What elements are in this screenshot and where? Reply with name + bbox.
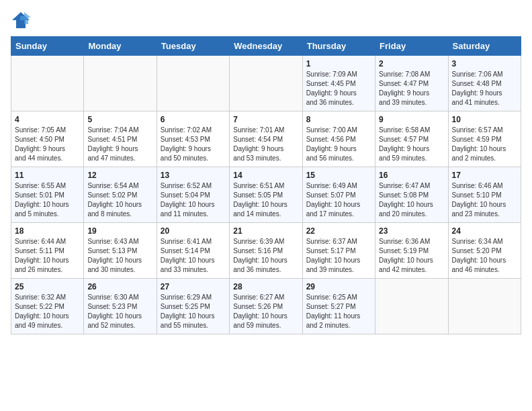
day-number: 4	[15, 115, 80, 124]
calendar-cell: 16Sunrise: 6:47 AM Sunset: 5:08 PM Dayli…	[375, 167, 448, 223]
day-detail: Sunrise: 7:02 AM Sunset: 4:53 PM Dayligh…	[161, 126, 226, 163]
calendar-cell: 5Sunrise: 7:04 AM Sunset: 4:51 PM Daylig…	[84, 111, 157, 167]
day-detail: Sunrise: 6:25 AM Sunset: 5:27 PM Dayligh…	[306, 293, 371, 330]
calendar-cell: 18Sunrise: 6:44 AM Sunset: 5:11 PM Dayli…	[11, 223, 84, 279]
calendar-cell	[157, 56, 229, 111]
col-header-tuesday: Tuesday	[157, 37, 229, 56]
logo-icon	[11, 11, 31, 30]
day-number: 20	[161, 226, 226, 236]
day-detail: Sunrise: 6:27 AM Sunset: 5:26 PM Dayligh…	[233, 293, 298, 330]
day-number: 5	[87, 115, 152, 124]
calendar-cell: 9Sunrise: 6:58 AM Sunset: 4:57 PM Daylig…	[375, 111, 448, 167]
calendar-week-row: 18Sunrise: 6:44 AM Sunset: 5:11 PM Dayli…	[11, 223, 521, 279]
day-number: 10	[452, 115, 517, 124]
calendar-cell	[448, 279, 521, 334]
calendar-cell: 7Sunrise: 7:01 AM Sunset: 4:54 PM Daylig…	[230, 111, 302, 167]
calendar-cell: 1Sunrise: 7:09 AM Sunset: 4:45 PM Daylig…	[302, 56, 375, 111]
day-number: 19	[87, 226, 152, 236]
day-number: 28	[233, 282, 298, 291]
calendar-cell: 13Sunrise: 6:52 AM Sunset: 5:04 PM Dayli…	[157, 167, 229, 223]
day-detail: Sunrise: 7:05 AM Sunset: 4:50 PM Dayligh…	[15, 126, 80, 163]
day-number: 8	[306, 115, 371, 124]
calendar-cell: 6Sunrise: 7:02 AM Sunset: 4:53 PM Daylig…	[157, 111, 229, 167]
calendar-week-row: 1Sunrise: 7:09 AM Sunset: 4:45 PM Daylig…	[11, 56, 521, 111]
calendar-cell: 20Sunrise: 6:41 AM Sunset: 5:14 PM Dayli…	[157, 223, 229, 279]
day-detail: Sunrise: 7:09 AM Sunset: 4:45 PM Dayligh…	[306, 70, 371, 107]
day-number: 6	[161, 115, 226, 124]
calendar-cell: 21Sunrise: 6:39 AM Sunset: 5:16 PM Dayli…	[230, 223, 302, 279]
day-number: 15	[306, 171, 371, 180]
calendar-cell	[11, 56, 84, 111]
day-number: 13	[161, 171, 226, 180]
col-header-thursday: Thursday	[302, 37, 375, 56]
calendar-week-row: 4Sunrise: 7:05 AM Sunset: 4:50 PM Daylig…	[11, 111, 521, 167]
calendar-cell: 17Sunrise: 6:46 AM Sunset: 5:10 PM Dayli…	[448, 167, 521, 223]
day-detail: Sunrise: 6:54 AM Sunset: 5:02 PM Dayligh…	[87, 181, 152, 219]
day-detail: Sunrise: 6:41 AM Sunset: 5:14 PM Dayligh…	[161, 237, 226, 275]
calendar-cell	[375, 279, 448, 334]
day-detail: Sunrise: 6:43 AM Sunset: 5:13 PM Dayligh…	[87, 237, 152, 275]
calendar-week-row: 25Sunrise: 6:32 AM Sunset: 5:22 PM Dayli…	[11, 279, 521, 334]
day-detail: Sunrise: 6:57 AM Sunset: 4:59 PM Dayligh…	[452, 126, 517, 163]
day-number: 24	[452, 226, 517, 236]
logo	[11, 11, 34, 30]
day-number: 29	[306, 282, 371, 291]
calendar-cell: 8Sunrise: 7:00 AM Sunset: 4:56 PM Daylig…	[302, 111, 375, 167]
calendar-table: SundayMondayTuesdayWednesdayThursdayFrid…	[11, 36, 521, 334]
calendar-cell	[230, 56, 302, 111]
day-detail: Sunrise: 7:01 AM Sunset: 4:54 PM Dayligh…	[233, 126, 298, 163]
day-number: 16	[379, 171, 444, 180]
calendar-cell: 24Sunrise: 6:34 AM Sunset: 5:20 PM Dayli…	[448, 223, 521, 279]
calendar-header-row: SundayMondayTuesdayWednesdayThursdayFrid…	[11, 37, 521, 56]
day-detail: Sunrise: 6:55 AM Sunset: 5:01 PM Dayligh…	[15, 181, 80, 219]
day-detail: Sunrise: 6:34 AM Sunset: 5:20 PM Dayligh…	[452, 237, 517, 275]
day-number: 9	[379, 115, 444, 124]
day-number: 2	[379, 59, 444, 68]
day-number: 25	[15, 282, 80, 291]
day-detail: Sunrise: 6:46 AM Sunset: 5:10 PM Dayligh…	[452, 181, 517, 219]
day-detail: Sunrise: 6:58 AM Sunset: 4:57 PM Dayligh…	[379, 126, 444, 163]
day-number: 26	[87, 282, 152, 291]
col-header-friday: Friday	[375, 37, 448, 56]
calendar-cell: 29Sunrise: 6:25 AM Sunset: 5:27 PM Dayli…	[302, 279, 375, 334]
day-number: 23	[379, 226, 444, 236]
day-number: 22	[306, 226, 371, 236]
day-number: 14	[233, 171, 298, 180]
day-detail: Sunrise: 6:30 AM Sunset: 5:23 PM Dayligh…	[87, 293, 152, 330]
calendar-cell	[84, 56, 157, 111]
col-header-monday: Monday	[84, 37, 157, 56]
day-detail: Sunrise: 6:47 AM Sunset: 5:08 PM Dayligh…	[379, 181, 444, 219]
day-detail: Sunrise: 6:29 AM Sunset: 5:25 PM Dayligh…	[161, 293, 226, 330]
col-header-saturday: Saturday	[448, 37, 521, 56]
day-number: 1	[306, 59, 371, 68]
day-detail: Sunrise: 6:32 AM Sunset: 5:22 PM Dayligh…	[15, 293, 80, 330]
calendar-cell: 19Sunrise: 6:43 AM Sunset: 5:13 PM Dayli…	[84, 223, 157, 279]
day-detail: Sunrise: 7:06 AM Sunset: 4:48 PM Dayligh…	[452, 70, 517, 107]
col-header-wednesday: Wednesday	[230, 37, 302, 56]
col-header-sunday: Sunday	[11, 37, 84, 56]
calendar-cell: 3Sunrise: 7:06 AM Sunset: 4:48 PM Daylig…	[448, 56, 521, 111]
calendar-cell: 15Sunrise: 6:49 AM Sunset: 5:07 PM Dayli…	[302, 167, 375, 223]
calendar-cell: 27Sunrise: 6:29 AM Sunset: 5:25 PM Dayli…	[157, 279, 229, 334]
calendar-cell: 14Sunrise: 6:51 AM Sunset: 5:05 PM Dayli…	[230, 167, 302, 223]
calendar-cell: 4Sunrise: 7:05 AM Sunset: 4:50 PM Daylig…	[11, 111, 84, 167]
day-detail: Sunrise: 6:51 AM Sunset: 5:05 PM Dayligh…	[233, 181, 298, 219]
day-number: 18	[15, 226, 80, 236]
day-detail: Sunrise: 7:04 AM Sunset: 4:51 PM Dayligh…	[87, 126, 152, 163]
day-detail: Sunrise: 7:00 AM Sunset: 4:56 PM Dayligh…	[306, 126, 371, 163]
day-number: 11	[15, 171, 80, 180]
calendar-cell: 25Sunrise: 6:32 AM Sunset: 5:22 PM Dayli…	[11, 279, 84, 334]
day-number: 17	[452, 171, 517, 180]
day-detail: Sunrise: 6:37 AM Sunset: 5:17 PM Dayligh…	[306, 237, 371, 275]
day-detail: Sunrise: 6:52 AM Sunset: 5:04 PM Dayligh…	[161, 181, 226, 219]
day-detail: Sunrise: 6:39 AM Sunset: 5:16 PM Dayligh…	[233, 237, 298, 275]
calendar-cell: 28Sunrise: 6:27 AM Sunset: 5:26 PM Dayli…	[230, 279, 302, 334]
day-detail: Sunrise: 6:49 AM Sunset: 5:07 PM Dayligh…	[306, 181, 371, 219]
day-number: 12	[87, 171, 152, 180]
calendar-cell: 22Sunrise: 6:37 AM Sunset: 5:17 PM Dayli…	[302, 223, 375, 279]
day-number: 7	[233, 115, 298, 124]
calendar-cell: 26Sunrise: 6:30 AM Sunset: 5:23 PM Dayli…	[84, 279, 157, 334]
day-number: 3	[452, 59, 517, 68]
calendar-cell: 11Sunrise: 6:55 AM Sunset: 5:01 PM Dayli…	[11, 167, 84, 223]
day-detail: Sunrise: 6:44 AM Sunset: 5:11 PM Dayligh…	[15, 237, 80, 275]
